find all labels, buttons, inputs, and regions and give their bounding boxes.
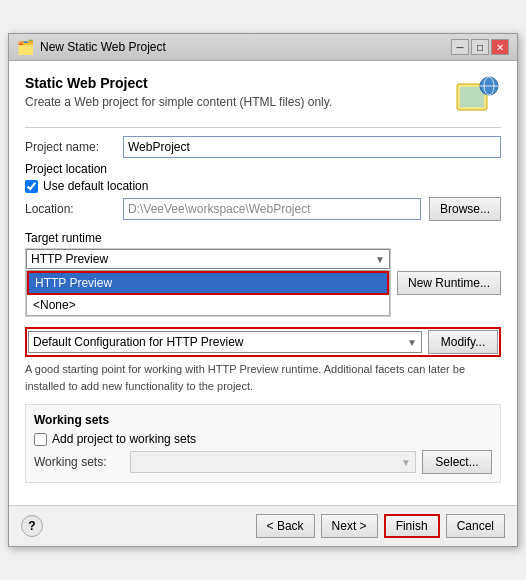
page-title: Static Web Project: [25, 75, 332, 91]
working-sets-input-row: Working sets: ▼ Select...: [34, 450, 492, 474]
window-title: New Static Web Project: [40, 40, 166, 54]
project-location-label: Project location: [25, 162, 501, 176]
help-icon-label: ?: [28, 519, 35, 533]
default-location-checkbox[interactable]: [25, 180, 38, 193]
add-to-working-sets-checkbox[interactable]: [34, 433, 47, 446]
config-dropdown-wrapper: Default Configuration for HTTP Preview ▼: [28, 331, 422, 353]
minimize-button[interactable]: ─: [451, 39, 469, 55]
next-button[interactable]: Next >: [321, 514, 378, 538]
add-to-working-sets-row: Add project to working sets: [34, 432, 492, 446]
cancel-button[interactable]: Cancel: [446, 514, 505, 538]
default-location-row: Use default location: [25, 179, 501, 193]
project-name-label: Project name:: [25, 140, 115, 154]
runtime-dropdown-popup: HTTP Preview <None>: [26, 270, 390, 316]
configuration-description: A good starting point for working with H…: [25, 361, 501, 394]
project-name-input[interactable]: [123, 136, 501, 158]
new-runtime-button[interactable]: New Runtime...: [397, 271, 501, 295]
add-to-working-sets-label: Add project to working sets: [52, 432, 196, 446]
location-input[interactable]: [123, 198, 421, 220]
config-dropdown-arrow[interactable]: ▼: [407, 337, 417, 348]
default-location-label: Use default location: [43, 179, 148, 193]
page-subtitle: Create a Web project for simple content …: [25, 95, 332, 109]
finish-button[interactable]: Finish: [384, 514, 440, 538]
configuration-section: Default Configuration for HTTP Preview ▼…: [25, 327, 501, 394]
working-sets-arrow: ▼: [401, 457, 411, 468]
location-label: Location:: [25, 202, 115, 216]
main-content: Static Web Project Create a Web project …: [9, 61, 517, 505]
dialog-footer: ? < Back Next > Finish Cancel: [9, 505, 517, 546]
runtime-dropdown-arrow[interactable]: ▼: [375, 254, 385, 265]
browse-button[interactable]: Browse...: [429, 197, 501, 221]
dialog-window: 🗂️ New Static Web Project ─ □ ✕ Static W…: [8, 33, 518, 547]
target-runtime-section: Target runtime HTTP Preview ▼ HTTP Previ…: [25, 231, 501, 317]
help-button[interactable]: ?: [21, 515, 43, 537]
working-sets-label: Working sets:: [34, 455, 124, 469]
world-icon: [453, 75, 501, 115]
select-working-sets-button[interactable]: Select...: [422, 450, 492, 474]
title-controls: ─ □ ✕: [451, 39, 509, 55]
runtime-option-none[interactable]: <None>: [27, 295, 389, 315]
title-bar: 🗂️ New Static Web Project ─ □ ✕: [9, 34, 517, 61]
target-runtime-label: Target runtime: [25, 231, 501, 245]
working-sets-title: Working sets: [34, 413, 492, 427]
project-name-section: Project name:: [25, 136, 501, 158]
runtime-dropdown-wrapper: HTTP Preview ▼ HTTP Preview <None>: [25, 248, 391, 317]
config-value: Default Configuration for HTTP Preview: [33, 335, 407, 349]
maximize-button[interactable]: □: [471, 39, 489, 55]
close-button[interactable]: ✕: [491, 39, 509, 55]
runtime-selected-value: HTTP Preview: [31, 252, 375, 266]
window-icon: 🗂️: [17, 39, 34, 55]
location-field-row: Location: Browse...: [25, 197, 501, 221]
runtime-option-http-preview[interactable]: HTTP Preview: [27, 271, 389, 295]
configuration-row: Default Configuration for HTTP Preview ▼…: [25, 327, 501, 357]
modify-button[interactable]: Modify...: [428, 330, 498, 354]
project-location-section: Project location Use default location Lo…: [25, 162, 501, 221]
back-button[interactable]: < Back: [256, 514, 315, 538]
runtime-dropdown-row: HTTP Preview ▼ HTTP Preview <None> New R…: [25, 248, 501, 317]
footer-buttons: < Back Next > Finish Cancel: [256, 514, 505, 538]
working-sets-section: Working sets Add project to working sets…: [25, 404, 501, 483]
